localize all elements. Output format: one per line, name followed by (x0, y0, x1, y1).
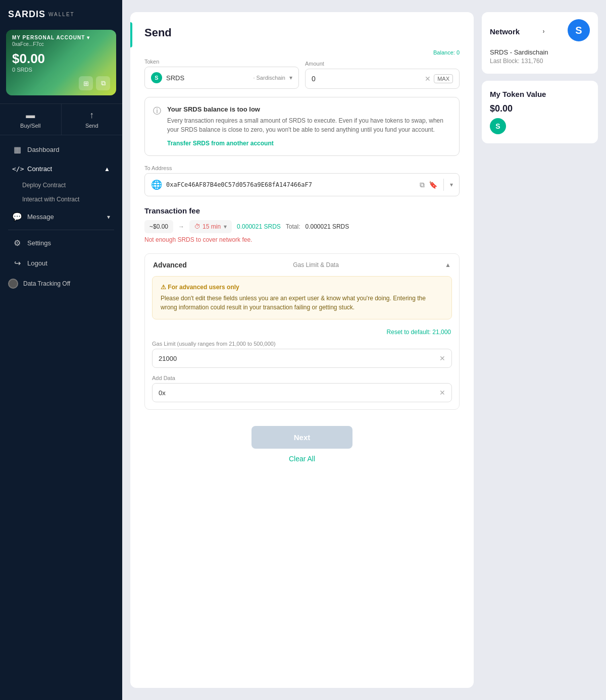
fee-time-value: 15 min (203, 223, 221, 230)
warning-icon: ⓘ (153, 106, 161, 147)
logo-wallet: WALLET (48, 12, 75, 17)
gas-limit-group: Gas Limit (usually ranges from 21,000 to… (145, 341, 459, 375)
token-value-widget: My Token Value $0.00 S (482, 81, 598, 143)
account-balance-srds: 0 SRDS (12, 67, 110, 73)
token-chain: · Sardischain (253, 75, 285, 81)
reset-to-default-link[interactable]: Reset to default: 21,000 (145, 327, 459, 341)
account-card[interactable]: MY PERSONAL ACCOUNT ▾ 0xaFce...F7cc $0.0… (6, 30, 116, 95)
next-button[interactable]: Next (251, 426, 352, 449)
to-address-field: 🌐 0xaFCe46AF87B4e0C57d0576a9E68fA147466a… (144, 173, 460, 196)
right-panel: Network › S SRDS - Sardischain Last Bloc… (482, 12, 598, 688)
token-select-chevron-icon: ▾ (289, 74, 292, 81)
buy-sell-button[interactable]: ▬ Buy/Sell (0, 104, 62, 135)
sidebar-item-deploy-contract[interactable]: Deploy Contract (22, 178, 122, 192)
main-area: Send Balance: 0 Token S SRDS · Sardischa… (122, 0, 606, 700)
copy-address-button[interactable]: ⧉ (96, 76, 110, 90)
amount-input[interactable] (312, 75, 422, 83)
contract-label: Contract (27, 165, 52, 173)
token-select[interactable]: S SRDS · Sardischain ▾ (144, 67, 299, 89)
fee-time[interactable]: ⏱ 15 min ▾ (189, 220, 232, 233)
fee-total-amount: 0.000021 SRDS (306, 223, 349, 230)
network-logo-icon: S (568, 19, 590, 41)
fee-srds: 0.000021 SRDS (237, 223, 281, 230)
send-panel: Send Balance: 0 Token S SRDS · Sardischa… (130, 12, 474, 688)
fee-usd: ~$0.00 (144, 220, 173, 233)
advanced-chevron-icon[interactable]: ▲ (445, 261, 451, 268)
advanced-gas-label: Gas Limit & Data (293, 261, 339, 268)
sidebar-item-message[interactable]: 💬 Message ▾ (4, 207, 118, 227)
logout-label: Logout (27, 259, 47, 267)
token-value-icon: S (490, 118, 506, 134)
logout-icon: ↪ (12, 258, 22, 268)
toggle-circle-icon (8, 279, 18, 289)
transfer-link[interactable]: Transfer SRDS from another account (167, 140, 274, 147)
sidebar-item-interact-contract[interactable]: Interact with Contract (22, 192, 122, 206)
sidebar-item-logout[interactable]: ↪ Logout (4, 253, 118, 273)
address-chevron-icon[interactable]: ▾ (450, 181, 453, 188)
amount-label: Amount (305, 61, 460, 67)
add-data-label: Add Data (152, 375, 452, 381)
fee-total-label: Total: (286, 223, 300, 230)
balance-warning-box: ⓘ Your SRDS balance is too low Every tra… (144, 97, 460, 156)
dashboard-label: Dashboard (27, 146, 60, 153)
contract-expand-icon: ▲ (104, 166, 110, 173)
balance-label: Balance: 0 (433, 49, 460, 56)
send-button[interactable]: ↑ Send (62, 104, 123, 135)
logo-sardis: SARDIS (8, 9, 45, 20)
clear-all-button[interactable]: Clear All (289, 455, 315, 463)
send-label: Send (85, 123, 98, 129)
address-divider (443, 179, 444, 191)
buy-sell-label: Buy/Sell (20, 123, 40, 129)
network-name: SRDS - Sardischain (490, 48, 590, 56)
token-label: Token (144, 59, 299, 65)
add-data-clear-icon[interactable]: ✕ (439, 389, 445, 397)
adv-warning-text: Please don't edit these fields unless yo… (161, 294, 443, 312)
clock-icon: ⏱ (194, 223, 200, 230)
app-logo: SARDIS WALLET (0, 0, 122, 26)
warning-content: Your SRDS balance is too low Every trans… (167, 105, 451, 147)
token-icon: S (151, 72, 162, 83)
advanced-warning-box: ⚠ For advanced users only Please don't e… (152, 276, 452, 319)
dashboard-icon: ▦ (12, 145, 22, 154)
token-value-title-text: My Token Value (490, 90, 546, 98)
advanced-section: Advanced Gas Limit & Data ▲ ⚠ For advanc… (144, 253, 460, 410)
contract-submenu: Deploy Contract Interact with Contract (0, 178, 122, 206)
panel-accent (130, 22, 132, 47)
data-tracking-label: Data Tracking Off (23, 280, 70, 287)
settings-icon: ⚙ (12, 238, 22, 248)
to-address-label: To Address (144, 165, 460, 171)
sidebar-item-contract[interactable]: </> Contract ▲ (4, 160, 118, 178)
amount-clear-icon[interactable]: ✕ (425, 75, 431, 83)
sidebar-item-settings[interactable]: ⚙ Settings (4, 233, 118, 253)
send-icon: ↑ (89, 110, 94, 121)
copy-address-icon[interactable]: ⧉ (420, 181, 425, 189)
gas-limit-input[interactable] (159, 355, 439, 362)
network-title-text: Network (490, 27, 520, 36)
message-label: Message (27, 213, 54, 221)
data-tracking-toggle[interactable]: Data Tracking Off (0, 274, 122, 294)
fee-time-chevron-icon[interactable]: ▾ (224, 223, 227, 230)
bookmark-icon[interactable]: 🔖 (429, 181, 437, 189)
contract-icon: </> (12, 165, 22, 173)
network-widget-title: Network › S (490, 21, 590, 41)
buy-sell-icon: ▬ (26, 110, 35, 121)
sidebar-item-dashboard[interactable]: ▦ Dashboard (4, 140, 118, 159)
qr-code-button[interactable]: ⊞ (79, 76, 93, 90)
token-name: SRDS (166, 74, 249, 82)
advanced-title: Advanced (153, 261, 187, 269)
sidebar-nav: ▦ Dashboard </> Contract ▲ Deploy Contra… (0, 135, 122, 700)
action-buttons: Next Clear All (144, 426, 460, 463)
network-widget: Network › S SRDS - Sardischain Last Bloc… (482, 12, 598, 74)
message-icon: 💬 (12, 212, 22, 222)
gas-limit-clear-icon[interactable]: ✕ (439, 354, 445, 362)
sidebar-divider (8, 230, 114, 230)
amount-field-wrap: ✕ MAX (305, 69, 460, 89)
add-data-input[interactable] (159, 389, 439, 397)
token-value-title: My Token Value (490, 90, 590, 98)
advanced-header[interactable]: Advanced Gas Limit & Data ▲ (145, 254, 459, 276)
max-button[interactable]: MAX (434, 74, 453, 83)
settings-label: Settings (27, 239, 51, 247)
network-chevron-icon[interactable]: › (543, 28, 545, 35)
token-value-amount: $0.00 (490, 103, 590, 114)
account-label: MY PERSONAL ACCOUNT ▾ (12, 35, 110, 40)
